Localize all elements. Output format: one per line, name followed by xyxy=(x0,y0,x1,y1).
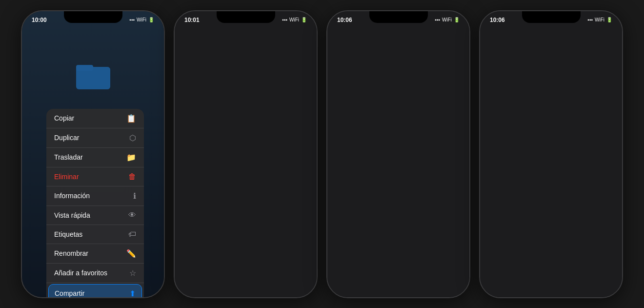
menu-item-eliminar[interactable]: Eliminar 🗑 xyxy=(46,167,144,186)
menu-item-trasladar[interactable]: Trasladar 📁 xyxy=(46,148,144,167)
status-icons-4: ▪▪▪ WiFi 🔋 xyxy=(587,17,612,22)
info-icon: ℹ xyxy=(133,191,136,201)
menu-item-copiar[interactable]: Copiar 📋 xyxy=(46,109,144,128)
menu-item-informacion[interactable]: Información ℹ xyxy=(46,186,144,206)
phone-3: 10:06 ▪▪▪ WiFi 🔋 Cancelar Añadir persona… xyxy=(326,10,470,298)
move-icon: 📁 xyxy=(126,153,136,162)
menu-item-renombrar[interactable]: Renombrar ✏️ xyxy=(46,244,144,264)
phone4-background xyxy=(480,11,622,297)
renombrar-label: Renombrar xyxy=(54,249,88,257)
menu-item-vistarapida[interactable]: Vista rápida 👁 xyxy=(46,206,144,225)
menu-item-etiquetas[interactable]: Etiquetas 🏷 xyxy=(46,225,144,244)
phone-1: 10:00 ▪▪▪ WiFi 🔋 Copiar 📋 Duplicar ⬡ Tra… xyxy=(21,10,165,298)
svg-rect-2 xyxy=(76,67,110,89)
notch-1 xyxy=(64,11,122,23)
phone3-background xyxy=(327,11,469,297)
etiquetas-label: Etiquetas xyxy=(54,230,82,238)
notch-2 xyxy=(217,11,275,23)
notch-4 xyxy=(522,11,581,23)
wifi-icon: WiFi xyxy=(137,17,146,22)
informacion-label: Información xyxy=(54,192,90,200)
signal-icon-4: ▪▪▪ xyxy=(587,17,593,22)
battery-icon-2: 🔋 xyxy=(301,17,307,22)
menu-item-favoritos[interactable]: Añadir a favoritos ☆ xyxy=(46,264,144,283)
status-icons-2: ▪▪▪ WiFi 🔋 xyxy=(282,17,307,22)
battery-icon: 🔋 xyxy=(148,17,154,22)
time-1: 10:00 xyxy=(32,17,47,23)
duplicar-label: Duplicar xyxy=(54,134,79,142)
wifi-icon-3: WiFi xyxy=(442,17,452,22)
bg-folder xyxy=(76,60,110,91)
copiar-label: Copiar xyxy=(54,114,74,122)
signal-icon: ▪▪▪ xyxy=(129,17,135,22)
favorites-icon: ☆ xyxy=(129,268,136,278)
tags-icon: 🏷 xyxy=(128,230,136,239)
phone2-background xyxy=(175,11,317,297)
folder-bg-icon xyxy=(76,60,110,89)
signal-icon-3: ▪▪▪ xyxy=(435,17,440,22)
battery-icon-3: 🔋 xyxy=(454,17,460,22)
wifi-icon-2: WiFi xyxy=(289,17,299,22)
menu-item-compartir[interactable]: Compartir ⬆ xyxy=(48,284,142,298)
notch-3 xyxy=(369,11,428,23)
wifi-icon-4: WiFi xyxy=(595,17,604,22)
eliminar-label: Eliminar xyxy=(54,173,79,181)
trasladar-label: Trasladar xyxy=(54,153,83,161)
time-4: 10:06 xyxy=(490,17,505,23)
menu-item-duplicar[interactable]: Duplicar ⬡ xyxy=(46,128,144,148)
signal-icon-2: ▪▪▪ xyxy=(282,17,287,22)
duplicate-icon: ⬡ xyxy=(129,133,136,143)
copy-icon: 📋 xyxy=(126,114,136,123)
share-icon: ⬆ xyxy=(129,289,136,298)
favoritos-label: Añadir a favoritos xyxy=(54,269,107,277)
phone-2: 10:01 ▪▪▪ WiFi 🔋 Downloads Carpeta ✕ A Á… xyxy=(174,10,318,298)
status-icons-3: ▪▪▪ WiFi 🔋 xyxy=(435,17,460,22)
time-3: 10:06 xyxy=(337,17,352,23)
vistarapida-label: Vista rápida xyxy=(54,211,90,219)
time-2: 10:01 xyxy=(184,17,200,23)
compartir-label: Compartir xyxy=(55,289,84,297)
rename-icon: ✏️ xyxy=(126,249,136,258)
quicklook-icon: 👁 xyxy=(128,211,136,220)
delete-icon: 🗑 xyxy=(128,172,136,181)
status-icons-1: ▪▪▪ WiFi 🔋 xyxy=(129,17,154,22)
battery-icon-4: 🔋 xyxy=(606,17,612,22)
phone-4: 10:06 ▪▪▪ WiFi 🔋 ‹ Añadir personas Opcio… xyxy=(479,10,623,298)
context-menu: Copiar 📋 Duplicar ⬡ Trasladar 📁 Eliminar… xyxy=(46,109,144,298)
